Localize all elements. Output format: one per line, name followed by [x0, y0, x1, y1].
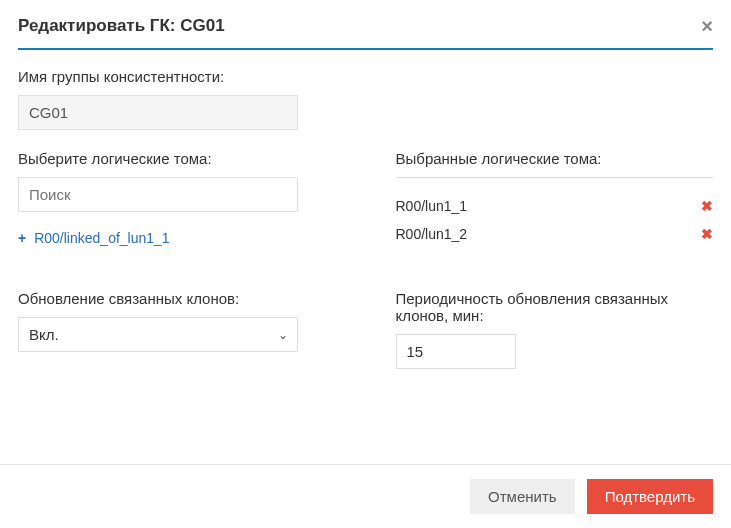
remove-icon[interactable]: ✖: [701, 198, 713, 214]
cancel-button[interactable]: Отменить: [470, 479, 575, 514]
close-icon[interactable]: ×: [701, 16, 713, 36]
selected-volume-item: R00/lun1_2 ✖: [396, 220, 714, 248]
lower-row: Обновление связанных клонов: ⌄ Периодичн…: [18, 290, 713, 369]
available-label: Выберите логические тома:: [18, 150, 336, 167]
confirm-button[interactable]: Подтвердить: [587, 479, 713, 514]
search-input[interactable]: [18, 177, 298, 212]
available-volume-item[interactable]: + R00/linked_of_lun1_1: [18, 226, 336, 250]
clone-update-select-wrapper: ⌄: [18, 317, 298, 352]
clone-update-label: Обновление связанных клонов:: [18, 290, 336, 307]
selected-column: Выбранные логические тома: R00/lun1_1 ✖ …: [396, 150, 714, 250]
clone-update-field: Обновление связанных клонов: ⌄: [18, 290, 336, 369]
available-column: Выберите логические тома: + R00/linked_o…: [18, 150, 336, 250]
selected-volume-label: R00/lun1_1: [396, 198, 468, 214]
available-volume-label: R00/linked_of_lun1_1: [34, 230, 169, 246]
dialog-title: Редактировать ГК: CG01: [18, 16, 225, 36]
remove-icon[interactable]: ✖: [701, 226, 713, 242]
plus-icon: +: [18, 230, 26, 246]
edit-cg-dialog: Редактировать ГК: CG01 × Имя группы конс…: [0, 0, 731, 369]
selected-label: Выбранные логические тома:: [396, 150, 714, 167]
selected-volume-item: R00/lun1_1 ✖: [396, 192, 714, 220]
selected-divider: [396, 177, 714, 178]
period-input[interactable]: [396, 334, 516, 369]
name-input[interactable]: [18, 95, 298, 130]
selected-volume-label: R00/lun1_2: [396, 226, 468, 242]
name-label: Имя группы консистентности:: [18, 68, 713, 85]
volumes-columns: Выберите логические тома: + R00/linked_o…: [18, 150, 713, 250]
dialog-header: Редактировать ГК: CG01 ×: [18, 16, 713, 50]
period-label: Периодичность обновления связанных клоно…: [396, 290, 714, 324]
dialog-content: Имя группы консистентности: Выберите лог…: [18, 50, 713, 369]
period-field: Периодичность обновления связанных клоно…: [396, 290, 714, 369]
dialog-footer: Отменить Подтвердить: [0, 464, 731, 528]
clone-update-select[interactable]: [18, 317, 298, 352]
